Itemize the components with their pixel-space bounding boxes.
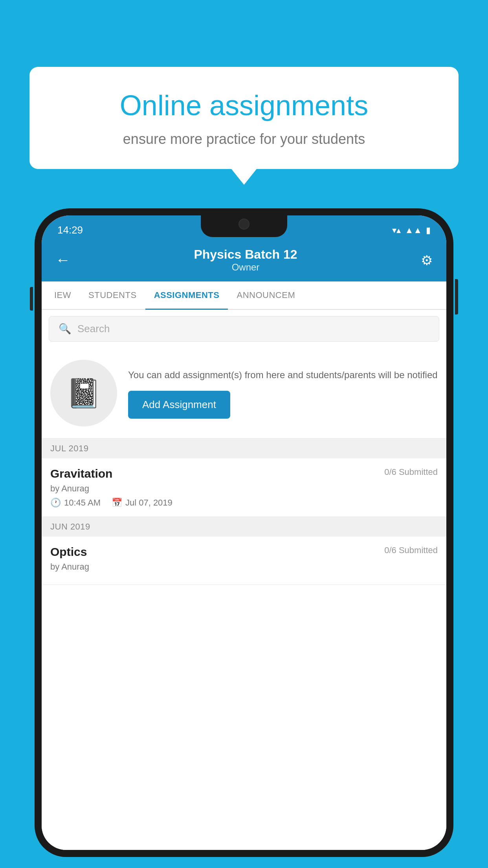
speech-bubble-title: Online assignments: [55, 88, 433, 122]
clock-icon: 🕐: [50, 498, 61, 508]
phone-screen: 14:29 ▾▴ ▲▲ ▮ ← Physics Batch 12 Owner ⚙: [42, 215, 446, 850]
assignment-icon-circle: 📓: [50, 360, 117, 427]
speech-bubble-subtitle: ensure more practice for your students: [55, 131, 433, 147]
header-title: Physics Batch 12: [70, 247, 421, 262]
volume-button: [30, 287, 33, 311]
add-assignment-button[interactable]: Add Assignment: [128, 391, 230, 419]
content-area: 🔍 Search 📓 You can add assignment(s) fro…: [42, 310, 446, 850]
power-button: [455, 279, 458, 314]
section-header-jun: JUN 2019: [42, 517, 446, 537]
assignment-item-gravitation[interactable]: Gravitation 0/6 Submitted by Anurag 🕐 10…: [42, 458, 446, 517]
tab-bar: IEW STUDENTS ASSIGNMENTS ANNOUNCEM: [42, 281, 446, 310]
assignment-author-gravitation: by Anurag: [50, 484, 438, 494]
assignment-meta-gravitation: 🕐 10:45 AM 📅 Jul 07, 2019: [50, 498, 438, 508]
assignment-item-header-optics: Optics 0/6 Submitted: [50, 545, 438, 559]
assignment-title-optics: Optics: [50, 545, 87, 559]
settings-icon[interactable]: ⚙: [421, 252, 433, 268]
header-subtitle: Owner: [70, 262, 421, 273]
speech-bubble-container: Online assignments ensure more practice …: [29, 67, 459, 169]
tab-assignments[interactable]: ASSIGNMENTS: [145, 281, 228, 309]
phone-wrapper: 14:29 ▾▴ ▲▲ ▮ ← Physics Batch 12 Owner ⚙: [35, 208, 453, 868]
section-header-jul: JUL 2019: [42, 439, 446, 458]
front-camera: [238, 219, 250, 230]
add-assignment-section: 📓 You can add assignment(s) from here an…: [42, 348, 446, 439]
add-assignment-right: You can add assignment(s) from here and …: [128, 368, 438, 419]
tab-overview[interactable]: IEW: [46, 281, 80, 309]
tab-students[interactable]: STUDENTS: [80, 281, 145, 309]
header-title-group: Physics Batch 12 Owner: [70, 247, 421, 273]
back-button[interactable]: ←: [55, 252, 70, 268]
notebook-icon: 📓: [66, 377, 101, 410]
search-bar[interactable]: 🔍 Search: [49, 316, 439, 342]
tab-announcements[interactable]: ANNOUNCEM: [228, 281, 304, 309]
assignment-date-gravitation: 📅 Jul 07, 2019: [112, 498, 172, 508]
assignment-time-gravitation: 🕐 10:45 AM: [50, 498, 101, 508]
app-header: ← Physics Batch 12 Owner ⚙: [42, 240, 446, 281]
assignment-submitted-gravitation: 0/6 Submitted: [384, 467, 438, 477]
calendar-icon: 📅: [112, 498, 122, 508]
phone-outer: 14:29 ▾▴ ▲▲ ▮ ← Physics Batch 12 Owner ⚙: [35, 208, 453, 857]
assignment-item-header: Gravitation 0/6 Submitted: [50, 467, 438, 480]
wifi-icon: ▾▴: [392, 225, 401, 235]
signal-icon: ▲▲: [405, 225, 422, 235]
battery-icon: ▮: [426, 225, 431, 235]
speech-bubble: Online assignments ensure more practice …: [29, 67, 459, 169]
assignment-item-optics[interactable]: Optics 0/6 Submitted by Anurag: [42, 537, 446, 585]
status-icons: ▾▴ ▲▲ ▮: [392, 225, 431, 235]
search-bar-container: 🔍 Search: [42, 310, 446, 348]
assignment-title-gravitation: Gravitation: [50, 467, 112, 480]
assignment-author-optics: by Anurag: [50, 562, 438, 572]
search-icon: 🔍: [59, 323, 71, 335]
status-time: 14:29: [57, 224, 83, 236]
add-assignment-description: You can add assignment(s) from here and …: [128, 368, 438, 382]
search-placeholder-text: Search: [77, 323, 110, 335]
assignment-submitted-optics: 0/6 Submitted: [384, 545, 438, 555]
